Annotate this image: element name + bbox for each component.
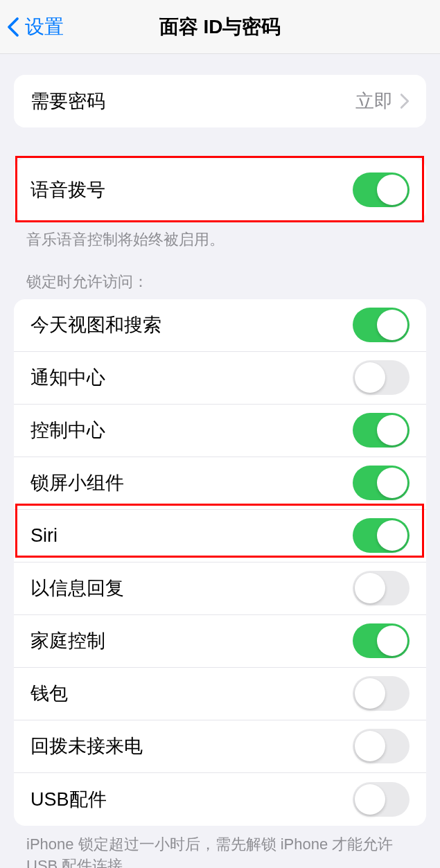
back-button[interactable]: 设置 bbox=[7, 14, 64, 40]
locked-access-label: 锁屏小组件 bbox=[30, 470, 124, 495]
voice-dial-label: 语音拨号 bbox=[30, 177, 105, 202]
locked-access-label: 以信息回复 bbox=[30, 576, 124, 601]
toggle-knob bbox=[355, 573, 385, 603]
back-label: 设置 bbox=[25, 14, 64, 40]
locked-access-row: 控制中心 bbox=[14, 405, 426, 457]
locked-access-row: 回拨未接来电 bbox=[14, 720, 426, 773]
toggle-knob bbox=[377, 626, 407, 656]
toggle-knob bbox=[377, 415, 407, 445]
locked-access-row: Siri bbox=[14, 510, 426, 563]
locked-access-row: 家庭控制 bbox=[14, 615, 426, 668]
chevron-right-icon bbox=[400, 93, 410, 109]
locked-access-toggle[interactable] bbox=[353, 413, 410, 448]
toggle-knob bbox=[377, 310, 407, 340]
locked-access-label: 钱包 bbox=[30, 681, 68, 706]
locked-access-toggle[interactable] bbox=[353, 676, 410, 711]
locked-access-label: Siri bbox=[30, 525, 58, 547]
voice-dial-footer: 音乐语音控制将始终被启用。 bbox=[0, 221, 440, 251]
locked-access-row: 通知中心 bbox=[14, 352, 426, 405]
locked-access-header: 锁定时允许访问： bbox=[0, 251, 440, 299]
locked-access-label: USB配件 bbox=[30, 787, 107, 812]
locked-access-group: 今天视图和搜索通知中心控制中心锁屏小组件Siri以信息回复家庭控制钱包回拨未接来… bbox=[14, 299, 426, 826]
locked-access-toggle[interactable] bbox=[353, 308, 410, 342]
require-passcode-row[interactable]: 需要密码 立即 bbox=[14, 75, 426, 127]
voice-dial-group: 语音拨号 bbox=[14, 159, 426, 221]
toggle-knob bbox=[355, 731, 385, 761]
passcode-group: 需要密码 立即 bbox=[14, 75, 426, 127]
locked-access-toggle[interactable] bbox=[353, 466, 410, 500]
locked-access-label: 今天视图和搜索 bbox=[30, 312, 161, 337]
toggle-knob bbox=[355, 362, 385, 393]
locked-access-label: 家庭控制 bbox=[30, 628, 105, 653]
require-passcode-label: 需要密码 bbox=[30, 89, 105, 114]
voice-dial-row: 语音拨号 bbox=[14, 159, 426, 221]
toggle-knob bbox=[355, 678, 385, 709]
locked-access-toggle[interactable] bbox=[353, 782, 410, 817]
require-passcode-value: 立即 bbox=[355, 89, 393, 114]
toggle-knob bbox=[377, 468, 407, 498]
locked-access-toggle[interactable] bbox=[353, 360, 410, 395]
toggle-knob bbox=[377, 175, 407, 205]
voice-dial-toggle[interactable] bbox=[353, 172, 410, 207]
locked-access-footer: iPhone 锁定超过一小时后，需先解锁 iPhone 才能允许USB 配件连接… bbox=[0, 826, 440, 868]
locked-access-toggle[interactable] bbox=[353, 571, 410, 605]
locked-access-toggle[interactable] bbox=[353, 623, 410, 658]
locked-access-row: 今天视图和搜索 bbox=[14, 299, 426, 352]
locked-access-row: 以信息回复 bbox=[14, 563, 426, 615]
locked-access-row: USB配件 bbox=[14, 773, 426, 826]
locked-access-row: 锁屏小组件 bbox=[14, 457, 426, 510]
locked-access-toggle[interactable] bbox=[353, 518, 410, 553]
header-bar: 设置 面容 ID与密码 bbox=[0, 0, 440, 54]
locked-access-label: 通知中心 bbox=[30, 365, 105, 390]
locked-access-label: 控制中心 bbox=[30, 418, 105, 443]
page-title: 面容 ID与密码 bbox=[159, 14, 281, 40]
locked-access-toggle[interactable] bbox=[353, 729, 410, 763]
toggle-knob bbox=[377, 520, 407, 551]
locked-access-label: 回拨未接来电 bbox=[30, 734, 143, 759]
chevron-left-icon bbox=[7, 17, 19, 37]
locked-access-row: 钱包 bbox=[14, 668, 426, 720]
toggle-knob bbox=[355, 784, 385, 815]
